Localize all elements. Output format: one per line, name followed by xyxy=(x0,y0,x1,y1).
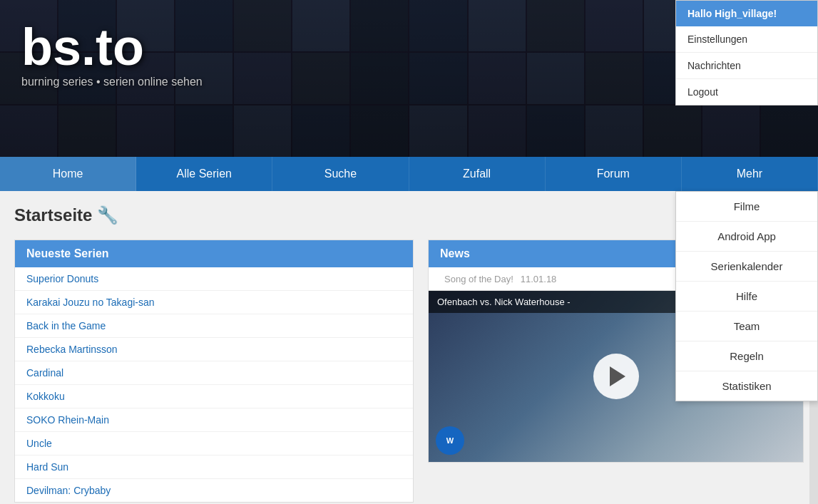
news-date: 11.01.18 xyxy=(521,274,557,284)
logo-main: bs.to xyxy=(21,21,203,73)
series-list: Superior DonutsKarakai Jouzu no Takagi-s… xyxy=(15,267,413,502)
navbar: Home Alle Serien Suche Zufall Forum Mehr xyxy=(0,157,818,191)
nav-forum[interactable]: Forum xyxy=(546,157,682,191)
mehr-dropdown-item-filme[interactable]: Filme xyxy=(676,192,817,222)
user-greeting: Hallo High_village! xyxy=(676,1,817,26)
mehr-dropdown-item-hilfe[interactable]: Hilfe xyxy=(676,282,817,312)
main-content: Startseite 🔧 Neueste Serien Superior Don… xyxy=(0,191,818,504)
nav-zufall[interactable]: Zufall xyxy=(409,157,546,191)
series-list-item[interactable]: Back in the Game xyxy=(15,314,413,338)
user-dropdown: Hallo High_village! Einstellungen Nachri… xyxy=(675,0,818,106)
dropdown-nachrichten[interactable]: Nachrichten xyxy=(676,53,817,79)
nav-suche[interactable]: Suche xyxy=(272,157,409,191)
series-list-item[interactable]: Uncle xyxy=(15,432,413,456)
play-icon xyxy=(610,366,625,386)
series-list-item[interactable]: SOKO Rhein-Main xyxy=(15,408,413,432)
nav-mehr[interactable]: Mehr xyxy=(682,157,818,191)
logo-sub: burning series • serien online sehen xyxy=(21,76,203,88)
dropdown-einstellungen[interactable]: Einstellungen xyxy=(676,26,817,53)
series-list-item[interactable]: Superior Donuts xyxy=(15,267,413,291)
nav-alle-serien[interactable]: Alle Serien xyxy=(136,157,272,191)
series-list-item[interactable]: Devilman: Crybaby xyxy=(15,479,413,502)
play-button[interactable] xyxy=(593,354,639,399)
series-list-item[interactable]: Hard Sun xyxy=(15,456,413,479)
warner-badge: W xyxy=(436,426,464,455)
nav-home[interactable]: Home xyxy=(0,157,136,191)
series-list-item[interactable]: Kokkoku xyxy=(15,385,413,408)
mehr-dropdown-item-statistiken[interactable]: Statistiken xyxy=(676,371,817,401)
mehr-dropdown-item-android-app[interactable]: Android App xyxy=(676,222,817,252)
series-list-item[interactable]: Cardinal xyxy=(15,361,413,385)
header-banner: bs.to burning series • serien online seh… xyxy=(0,0,818,157)
dropdown-logout[interactable]: Logout xyxy=(676,79,817,105)
series-panel: Neueste Serien Superior DonutsKarakai Jo… xyxy=(14,240,414,503)
series-list-item[interactable]: Karakai Jouzu no Takagi-san xyxy=(15,291,413,314)
series-panel-header: Neueste Serien xyxy=(15,240,413,267)
mehr-dropdown-item-regeln[interactable]: Regeln xyxy=(676,341,817,371)
series-panel-box: Neueste Serien Superior DonutsKarakai Jo… xyxy=(14,240,414,503)
mehr-dropdown-item-team[interactable]: Team xyxy=(676,312,817,341)
news-subheader-text: Song of the Day! xyxy=(444,274,513,284)
logo-area: bs.to burning series • serien online seh… xyxy=(21,21,203,88)
series-list-item[interactable]: Rebecka Martinsson xyxy=(15,338,413,361)
mehr-dropdown: FilmeAndroid AppSerienkalenderHilfeTeamR… xyxy=(675,191,818,401)
mehr-dropdown-item-serienkalender[interactable]: Serienkalender xyxy=(676,252,817,282)
